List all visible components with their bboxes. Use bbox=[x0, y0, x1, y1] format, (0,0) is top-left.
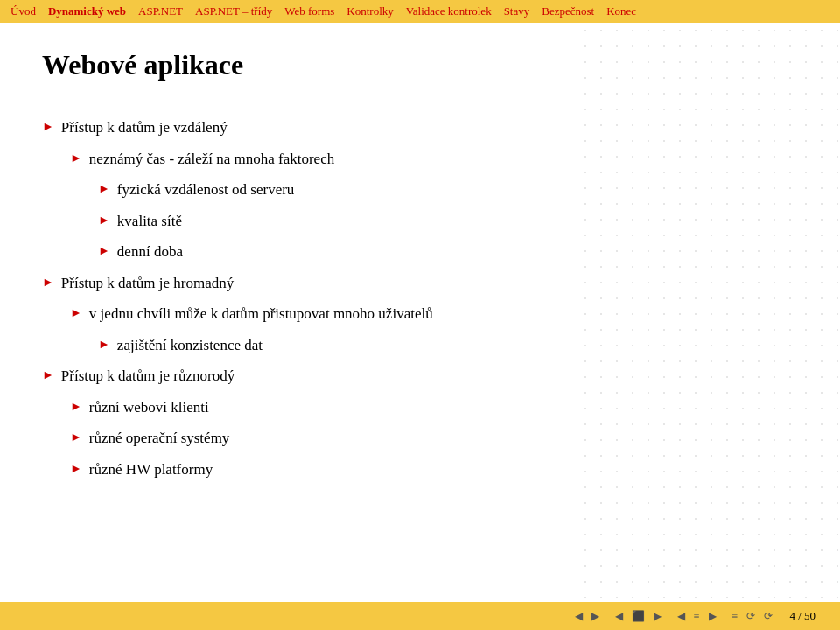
page-title: Webové aplikace bbox=[42, 49, 798, 81]
list-item: ► Přístup k datům je vzdálený bbox=[42, 116, 798, 139]
nav-toc-icon[interactable]: ≡ bbox=[730, 608, 741, 625]
bullet-arrow-icon: ► bbox=[70, 428, 82, 446]
list-item-text: v jednu chvíli může k datům přistupovat … bbox=[89, 303, 433, 326]
nav-item-kontrolky[interactable]: Kontrolky bbox=[346, 4, 393, 19]
bullet-arrow-icon: ► bbox=[42, 273, 54, 291]
nav-item-aspnet-tridy[interactable]: ASP.NET – třídy bbox=[195, 4, 272, 19]
bullet-arrow-icon: ► bbox=[42, 366, 54, 384]
bullet-arrow-icon: ► bbox=[70, 149, 82, 167]
nav-subsection-icon: ≡ bbox=[691, 608, 703, 625]
nav-item-validace[interactable]: Validace kontrolek bbox=[406, 4, 492, 19]
list-item: ► Přístup k datům je hromadný bbox=[42, 272, 798, 295]
nav-item-uvod[interactable]: Úvod bbox=[10, 4, 36, 19]
nav-item-stavy[interactable]: Stavy bbox=[504, 4, 530, 19]
nav-item-aspnet[interactable]: ASP.NET bbox=[138, 4, 183, 19]
list-item-text: kvalita sítě bbox=[117, 210, 182, 233]
nav-subsection-prev[interactable]: ◀ bbox=[675, 608, 688, 625]
bullet-arrow-icon: ► bbox=[98, 242, 110, 260]
bullet-arrow-icon: ► bbox=[70, 459, 82, 478]
page-info: 4 / 50 bbox=[789, 609, 816, 623]
bullet-arrow-icon: ► bbox=[70, 304, 82, 322]
nav-item-konec[interactable]: Konec bbox=[606, 4, 636, 19]
nav-controls: ◀ ▶ ◀ ⬛ ▶ ◀ ≡ ▶ ≡ ⟳ ⟳ 4 / 50 bbox=[572, 608, 826, 625]
list-item: ► různé operační systémy bbox=[42, 427, 798, 450]
list-item: ► v jednu chvíli může k datům přistupova… bbox=[42, 303, 798, 326]
bottom-navigation: ◀ ▶ ◀ ⬛ ▶ ◀ ≡ ▶ ≡ ⟳ ⟳ 4 / 50 bbox=[0, 602, 840, 630]
nav-section-next-button[interactable]: ▶ bbox=[651, 608, 664, 625]
list-item: ► zajištění konzistence dat bbox=[42, 334, 798, 357]
list-item-text: neznámý čas - záleží na mnoha faktorech bbox=[89, 148, 334, 171]
list-item: ► různé HW platformy bbox=[42, 458, 798, 481]
nav-search2-icon[interactable]: ⟳ bbox=[761, 608, 775, 625]
list-item-text: různí weboví klienti bbox=[89, 396, 209, 419]
nav-subsection-next[interactable]: ▶ bbox=[706, 608, 719, 625]
nav-prev-button[interactable]: ▶ bbox=[589, 608, 602, 625]
list-item-text: fyzická vzdálenost od serveru bbox=[117, 178, 295, 201]
list-item: ► neznámý čas - záleží na mnoha faktorec… bbox=[42, 148, 798, 171]
list-item: ► kvalita sítě bbox=[42, 210, 798, 233]
nav-item-dynamicky-web[interactable]: Dynamický web bbox=[48, 4, 126, 19]
list-item-text: různé HW platformy bbox=[89, 458, 213, 481]
bullet-arrow-icon: ► bbox=[70, 397, 82, 416]
list-item: ► fyzická vzdálenost od serveru bbox=[42, 178, 798, 201]
list-item-text: různé operační systémy bbox=[89, 427, 230, 450]
top-navigation: Úvod Dynamický web ASP.NET ASP.NET – tří… bbox=[0, 0, 840, 23]
bullet-list: ► Přístup k datům je vzdálený ► neznámý … bbox=[42, 116, 798, 480]
list-item-text: denní doba bbox=[117, 241, 183, 263]
list-item: ► Přístup k datům je různorodý bbox=[42, 365, 798, 388]
bullet-arrow-icon: ► bbox=[42, 117, 54, 136]
list-item-text: Přístup k datům je hromadný bbox=[61, 272, 234, 295]
list-item-text: zajištění konzistence dat bbox=[117, 334, 262, 357]
nav-item-bezpecnost[interactable]: Bezpečnost bbox=[542, 4, 594, 19]
nav-search-icon[interactable]: ⟳ bbox=[744, 608, 758, 625]
list-item: ► různí weboví klienti bbox=[42, 396, 798, 419]
nav-section-prev-button[interactable]: ◀ bbox=[612, 608, 626, 625]
list-item-text: Přístup k datům je různorodý bbox=[61, 365, 234, 388]
nav-section-icon: ⬛ bbox=[629, 608, 648, 625]
list-item-text: Přístup k datům je vzdálený bbox=[61, 116, 228, 139]
bullet-arrow-icon: ► bbox=[98, 335, 110, 354]
nav-item-webforms[interactable]: Web forms bbox=[284, 4, 334, 19]
bullet-arrow-icon: ► bbox=[98, 179, 110, 198]
bullet-arrow-icon: ► bbox=[98, 211, 110, 229]
list-item: ► denní doba bbox=[42, 241, 798, 263]
nav-first-button[interactable]: ◀ bbox=[572, 608, 585, 625]
main-content: Webové aplikace ► Přístup k datům je vzd… bbox=[0, 23, 840, 507]
